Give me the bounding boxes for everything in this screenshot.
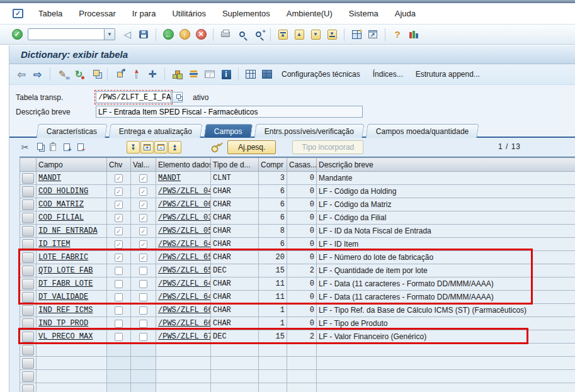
- where-used-icon[interactable]: [128, 67, 144, 81]
- key-checkbox-cell[interactable]: [107, 304, 131, 317]
- row-selector[interactable]: [20, 317, 37, 330]
- field-name-cell[interactable]: DT_VALIDADE: [37, 291, 107, 304]
- move-up-icon[interactable]: ▲▲: [168, 141, 181, 154]
- insert-row-icon[interactable]: [60, 141, 73, 154]
- data-element-cell[interactable]: /PWS/ZLFL_645: [156, 291, 211, 304]
- data-element-cell[interactable]: /PWS/ZLFL_650: [156, 251, 211, 264]
- row-selector[interactable]: [20, 225, 37, 238]
- cut-icon[interactable]: ✂: [18, 141, 31, 154]
- data-element-cell[interactable]: /PWS/ZLFL_649: [156, 238, 211, 251]
- row-selector[interactable]: [20, 264, 37, 277]
- row-selector[interactable]: [20, 251, 37, 264]
- initial-value-checkbox-cell[interactable]: [131, 317, 156, 330]
- row-selector[interactable]: [20, 357, 37, 370]
- menu-item[interactable]: Processar: [79, 9, 116, 18]
- row-selector[interactable]: [20, 198, 37, 211]
- key-checkbox-cell[interactable]: [107, 185, 131, 198]
- search-help-button[interactable]: Aj.pesq.: [227, 140, 276, 154]
- move-down-icon[interactable]: ▼▼: [127, 141, 140, 154]
- field-name-cell[interactable]: IND_REF_ICMS: [37, 304, 107, 317]
- key-checkbox-cell[interactable]: [107, 238, 131, 251]
- app-toolbar-button[interactable]: Índices...: [373, 70, 403, 79]
- column-header-selector[interactable]: [20, 158, 37, 172]
- initial-value-checkbox-cell[interactable]: [131, 225, 156, 238]
- command-input[interactable]: [28, 28, 105, 40]
- row-selector[interactable]: [20, 238, 37, 251]
- data-element-cell[interactable]: /PWS/ZLFL_645: [156, 277, 211, 291]
- tab[interactable]: Características: [36, 124, 107, 138]
- tab[interactable]: Campos: [204, 124, 253, 138]
- key-checkbox-cell[interactable]: [107, 198, 131, 211]
- command-field[interactable]: ▼: [28, 28, 115, 40]
- enter-icon[interactable]: ✓: [10, 28, 24, 42]
- field-name-cell[interactable]: COD_HOLDING: [37, 185, 107, 198]
- field-name-cell[interactable]: IND_TP_PROD: [37, 317, 107, 330]
- initial-value-checkbox-cell[interactable]: [131, 277, 156, 291]
- row-selector[interactable]: [20, 185, 37, 198]
- initial-value-checkbox-cell[interactable]: [131, 172, 156, 185]
- field-name-cell[interactable]: QTD_LOTE_FAB: [37, 264, 107, 277]
- shortcut-icon[interactable]: [366, 28, 380, 42]
- initial-value-checkbox-cell[interactable]: [131, 330, 156, 344]
- initial-value-checkbox-cell[interactable]: [131, 238, 156, 251]
- transport-icon[interactable]: [112, 67, 127, 81]
- page-up-icon[interactable]: ▲: [292, 28, 306, 42]
- find-icon[interactable]: [235, 28, 249, 42]
- back-icon[interactable]: ◁: [120, 28, 134, 42]
- layout-menu-icon[interactable]: [407, 28, 421, 42]
- help-icon[interactable]: ?: [390, 28, 404, 42]
- key-checkbox-cell[interactable]: [107, 225, 131, 238]
- delete-row-icon[interactable]: [74, 141, 87, 154]
- data-element-cell[interactable]: MANDT: [156, 172, 211, 185]
- app-toolbar-button[interactable]: Estrutura append...: [416, 70, 480, 79]
- exit-icon[interactable]: ↑: [178, 28, 191, 42]
- new-session-icon[interactable]: ✶: [350, 28, 363, 42]
- initial-value-checkbox-cell[interactable]: [131, 211, 156, 225]
- key-checkbox-cell[interactable]: [107, 211, 131, 225]
- last-page-icon[interactable]: ▼: [325, 28, 339, 42]
- data-element-cell[interactable]: /PWS/ZLFL_661: [156, 304, 211, 317]
- row-selector[interactable]: [20, 172, 37, 185]
- column-header-descricao[interactable]: Descrição breve: [317, 158, 575, 172]
- data-element-cell[interactable]: /PWS/ZLFL_651: [156, 264, 211, 277]
- row-selector[interactable]: [20, 211, 37, 225]
- key-checkbox-cell[interactable]: [107, 277, 131, 291]
- hierarchy-icon[interactable]: [169, 67, 185, 81]
- tab[interactable]: Campos moeda/quantidade: [365, 124, 479, 138]
- field-name-cell[interactable]: COD_FILIAL: [37, 211, 107, 225]
- field-name-cell[interactable]: ID_ITEM: [37, 238, 107, 251]
- forward-arrow-icon[interactable]: ⇨: [30, 67, 45, 81]
- row-selector[interactable]: [20, 291, 37, 304]
- menu-item[interactable]: Ajuda: [395, 9, 416, 18]
- menu-item[interactable]: Ir para: [132, 9, 156, 18]
- menu-item[interactable]: Sistema: [349, 9, 379, 18]
- paste-icon[interactable]: [46, 141, 59, 154]
- data-element-cell[interactable]: /PWS/ZLFL_067: [156, 198, 211, 211]
- menu-item[interactable]: Suplementos: [222, 9, 270, 18]
- sort-icon[interactable]: [186, 67, 201, 81]
- column-header-tipo[interactable]: Tipo de d...: [211, 158, 259, 172]
- db-utility-icon[interactable]: [259, 67, 275, 81]
- delete-block-icon[interactable]: [154, 141, 168, 154]
- column-header-val[interactable]: Val...: [131, 158, 156, 172]
- data-element-cell[interactable]: /PWS/ZLFL_662: [156, 317, 211, 330]
- initial-value-checkbox-cell[interactable]: [131, 291, 156, 304]
- key-checkbox-cell[interactable]: [107, 317, 131, 330]
- key-checkbox-cell[interactable]: [107, 172, 131, 185]
- multiple-selection-icon[interactable]: [172, 92, 183, 103]
- first-page-icon[interactable]: ▲: [276, 28, 290, 42]
- move-icon[interactable]: ✛: [145, 67, 160, 81]
- back-arrow-icon[interactable]: ⇦: [14, 67, 29, 81]
- copy-icon[interactable]: [88, 67, 103, 81]
- builtin-type-button[interactable]: Tipo incorporad: [292, 140, 363, 154]
- table-name-field[interactable]: /PWS/ZLFT_E_I_FA: [96, 91, 171, 103]
- row-selector[interactable]: [20, 330, 37, 344]
- refresh-icon[interactable]: ↻: [71, 67, 86, 81]
- page-down-icon[interactable]: ▼: [309, 28, 322, 42]
- row-selector[interactable]: [20, 383, 37, 392]
- initial-value-checkbox-cell[interactable]: [131, 264, 156, 277]
- key-icon[interactable]: [208, 141, 222, 154]
- table-contents-icon[interactable]: [202, 67, 217, 81]
- column-header-casas[interactable]: Casas...: [287, 158, 317, 172]
- initial-value-checkbox-cell[interactable]: [131, 198, 156, 211]
